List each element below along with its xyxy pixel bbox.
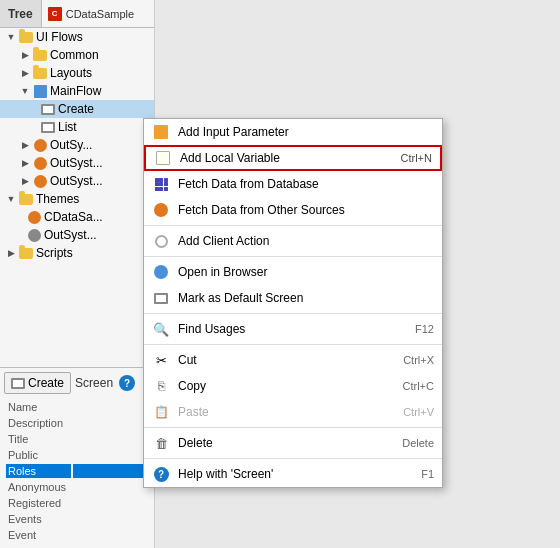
menu-shortcut: Ctrl+N	[401, 152, 432, 164]
menu-item-copy[interactable]: ⎘ Copy Ctrl+C	[144, 373, 442, 399]
circle-orange-icon	[32, 138, 48, 152]
menu-separator	[144, 225, 442, 226]
menu-item-fetch-other[interactable]: Fetch Data from Other Sources	[144, 197, 442, 223]
menu-shortcut: Delete	[402, 437, 434, 449]
tree-item-label: OutSyst...	[50, 156, 103, 170]
tree-tab-label: Tree	[0, 0, 42, 27]
prop-key: Description	[6, 416, 71, 430]
help-icon: ?	[152, 465, 170, 483]
menu-label: Fetch Data from Database	[178, 177, 426, 191]
tree-item-ui-flows[interactable]: ▼ UI Flows	[0, 28, 154, 46]
menu-separator	[144, 427, 442, 428]
menu-label: Find Usages	[178, 322, 407, 336]
menu-label: Cut	[178, 353, 395, 367]
menu-label: Add Input Parameter	[178, 125, 426, 139]
menu-item-add-client-action[interactable]: Add Client Action	[144, 228, 442, 254]
flow-icon	[32, 84, 48, 98]
tree-item-cdata-theme[interactable]: CDataSa...	[0, 208, 154, 226]
prop-value	[73, 432, 148, 446]
prop-row-event: Event	[6, 528, 148, 542]
prop-key: Name	[6, 400, 71, 414]
create-screen-button[interactable]: Create	[4, 372, 71, 394]
prop-row-name: Name	[6, 400, 148, 414]
prop-key: Anonymous	[6, 480, 71, 494]
tree-item-themes[interactable]: ▼ Themes	[0, 190, 154, 208]
menu-separator	[144, 313, 442, 314]
circle-orange-icon	[152, 201, 170, 219]
tree-item-scripts[interactable]: ▶ Scripts	[0, 244, 154, 262]
menu-separator	[144, 344, 442, 345]
menu-item-add-local-var[interactable]: Add Local Variable Ctrl+N	[144, 145, 442, 171]
add-input-icon	[152, 123, 170, 141]
tree-item-outsys2[interactable]: ▶ OutSyst...	[0, 154, 154, 172]
tree-item-outsys1[interactable]: ▶ OutSy...	[0, 136, 154, 154]
help-button[interactable]: ?	[119, 375, 135, 391]
expand-arrow: ▶	[18, 50, 32, 60]
prop-row-events: Events	[6, 512, 148, 526]
menu-item-find-usages[interactable]: 🔍 Find Usages F12	[144, 316, 442, 342]
screen-icon	[40, 120, 56, 134]
menu-label: Paste	[178, 405, 395, 419]
tree-item-label: Common	[50, 48, 99, 62]
screen-mini-icon	[11, 378, 25, 389]
find-icon: 🔍	[152, 320, 170, 338]
prop-row-public: Public	[6, 448, 148, 462]
menu-label: Fetch Data from Other Sources	[178, 203, 426, 217]
menu-shortcut: Ctrl+X	[403, 354, 434, 366]
menu-shortcut: Ctrl+C	[403, 380, 434, 392]
tree-item-common[interactable]: ▶ Common	[0, 46, 154, 64]
prop-key: Roles	[6, 464, 71, 478]
menu-label: Copy	[178, 379, 395, 393]
menu-label: Add Client Action	[178, 234, 426, 248]
tree-item-label: Create	[58, 102, 94, 116]
module-tab[interactable]: C CDataSample	[42, 0, 154, 27]
context-menu: Add Input Parameter Add Local Variable C…	[143, 118, 443, 488]
menu-item-paste[interactable]: 📋 Paste Ctrl+V	[144, 399, 442, 425]
prop-key: Registered	[6, 496, 71, 510]
prop-key: Events	[6, 512, 71, 526]
folder-icon	[18, 246, 34, 260]
copy-icon: ⎘	[152, 377, 170, 395]
menu-item-mark-default[interactable]: Mark as Default Screen	[144, 285, 442, 311]
tree-item-outsys3[interactable]: ▶ OutSyst...	[0, 172, 154, 190]
menu-item-delete[interactable]: 🗑 Delete Delete	[144, 430, 442, 456]
module-tab-label: CDataSample	[66, 8, 134, 20]
tree-item-layouts[interactable]: ▶ Layouts	[0, 64, 154, 82]
tree-item-label: Scripts	[36, 246, 73, 260]
menu-item-open-browser[interactable]: Open in Browser	[144, 259, 442, 285]
tree-item-mainflow[interactable]: ▼ MainFlow	[0, 82, 154, 100]
expand-arrow: ▶	[18, 158, 32, 168]
cut-icon: ✂	[152, 351, 170, 369]
prop-value	[73, 512, 148, 526]
menu-separator	[144, 458, 442, 459]
menu-item-cut[interactable]: ✂ Cut Ctrl+X	[144, 347, 442, 373]
prop-row-roles[interactable]: Roles	[6, 464, 148, 478]
create-label: Create	[28, 376, 64, 390]
tree-item-label: OutSyst...	[50, 174, 103, 188]
tree-item-create[interactable]: Create	[0, 100, 154, 118]
expand-arrow: ▼	[4, 32, 18, 42]
menu-shortcut: F1	[421, 468, 434, 480]
browser-icon	[152, 263, 170, 281]
menu-item-add-input-param[interactable]: Add Input Parameter	[144, 119, 442, 145]
prop-row-title: Title	[6, 432, 148, 446]
tree-item-list[interactable]: List	[0, 118, 154, 136]
tree-item-outsys-theme[interactable]: OutSyst...	[0, 226, 154, 244]
expand-arrow: ▶	[18, 176, 32, 186]
menu-shortcut: Ctrl+V	[403, 406, 434, 418]
circle-orange-icon	[32, 174, 48, 188]
delete-icon: 🗑	[152, 434, 170, 452]
expand-arrow: ▶	[4, 248, 18, 258]
tree-item-label: CDataSa...	[44, 210, 103, 224]
expand-arrow: ▶	[18, 68, 32, 78]
add-local-icon	[154, 149, 172, 167]
menu-item-fetch-database[interactable]: Fetch Data from Database	[144, 171, 442, 197]
tree-content: ▼ UI Flows ▶ Common ▶ Layouts ▼ MainFlow	[0, 28, 154, 367]
prop-key: Title	[6, 432, 71, 446]
prop-row-description: Description	[6, 416, 148, 430]
prop-value	[73, 496, 148, 510]
menu-item-help[interactable]: ? Help with 'Screen' F1	[144, 461, 442, 487]
screen-icon	[40, 102, 56, 116]
grid-icon	[152, 175, 170, 193]
prop-value	[73, 528, 148, 542]
